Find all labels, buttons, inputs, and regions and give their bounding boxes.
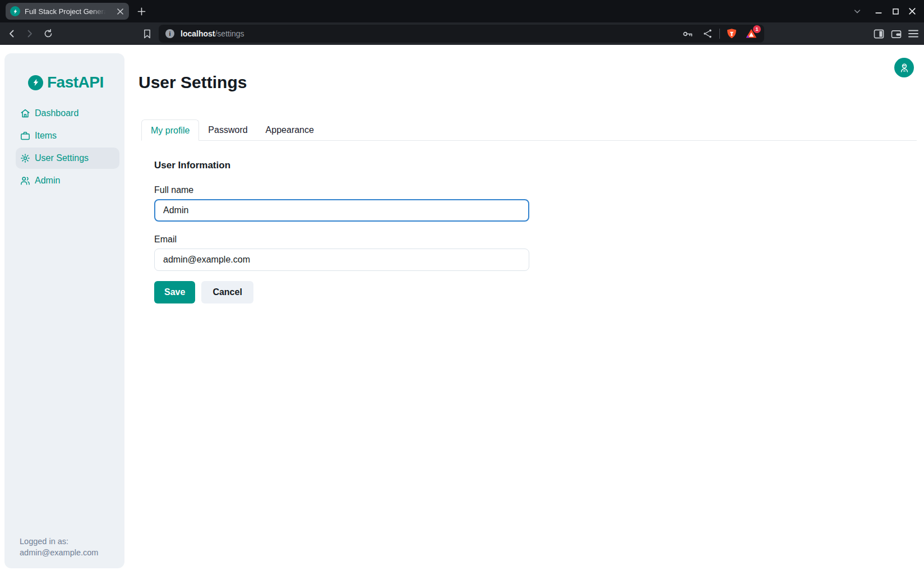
wallet-icon[interactable] (889, 27, 903, 40)
logged-in-label: Logged in as: (20, 536, 98, 547)
rewards-badge: 1 (753, 25, 761, 33)
sidebar-item-label: User Settings (35, 153, 89, 163)
close-icon[interactable] (904, 0, 921, 22)
url-bar[interactable]: i localhost/settings (159, 25, 764, 43)
sidebar: FastAPI Dashboard (4, 53, 124, 568)
toolbar-separator (719, 29, 720, 39)
sidebar-item-admin[interactable]: Admin (16, 170, 119, 191)
full-name-field[interactable] (154, 199, 529, 222)
minimize-icon[interactable] (870, 0, 887, 22)
hamburger-menu-icon[interactable] (907, 27, 920, 40)
sidebar-item-label: Admin (35, 176, 60, 186)
user-avatar-icon (899, 62, 910, 73)
logged-in-info: Logged in as: admin@example.com (20, 536, 98, 558)
logo-text: FastAPI (47, 73, 104, 91)
fastapi-logo: FastAPI (28, 73, 104, 91)
tab-title: Full Stack Project Genera (25, 7, 108, 16)
save-button[interactable]: Save (154, 281, 195, 303)
share-icon[interactable] (702, 28, 713, 39)
tab-appearance[interactable]: Appearance (257, 119, 323, 140)
browser-window: Full Stack Project Genera (0, 0, 924, 575)
briefcase-icon (20, 131, 30, 141)
back-icon[interactable] (5, 27, 19, 40)
sidebar-item-items[interactable]: Items (16, 125, 119, 146)
app-page: FastAPI Dashboard (0, 45, 924, 575)
sidebar-item-dashboard[interactable]: Dashboard (16, 103, 119, 124)
url-path: /settings (215, 29, 244, 38)
sidebar-item-user-settings[interactable]: User Settings (16, 148, 119, 169)
cancel-button[interactable]: Cancel (201, 281, 253, 303)
maximize-icon[interactable] (887, 0, 904, 22)
gear-icon (20, 153, 30, 163)
email-field[interactable] (154, 249, 529, 271)
urlbar-actions: 1 (682, 27, 757, 40)
section-title: User Information (154, 160, 529, 171)
bookmark-icon[interactable] (140, 27, 154, 40)
brave-shield-icon[interactable] (726, 28, 737, 39)
tab-my-profile[interactable]: My profile (141, 119, 199, 141)
browser-tab[interactable]: Full Stack Project Genera (6, 3, 129, 20)
url-host: localhost (181, 29, 215, 38)
fastapi-favicon-icon (10, 6, 20, 16)
brave-rewards-icon[interactable]: 1 (745, 27, 757, 40)
window-titlebar: Full Stack Project Genera (0, 0, 924, 22)
tab-close-icon[interactable] (116, 7, 124, 16)
browser-toolbar: i localhost/settings (0, 22, 924, 45)
users-icon (20, 176, 30, 186)
window-controls (849, 0, 921, 22)
page-title: User Settings (138, 73, 247, 92)
user-menu-button[interactable] (894, 58, 914, 77)
sidebar-item-label: Dashboard (35, 108, 78, 118)
email-label: Email (154, 234, 529, 245)
form-actions: Save Cancel (154, 281, 529, 303)
key-icon[interactable] (682, 28, 693, 39)
site-info-icon[interactable]: i (165, 29, 174, 38)
fastapi-bolt-icon (28, 75, 43, 90)
full-name-label: Full name (154, 185, 529, 196)
logged-in-email: admin@example.com (20, 547, 98, 558)
home-icon (20, 108, 30, 118)
new-tab-button[interactable] (136, 6, 146, 16)
reload-icon[interactable] (41, 27, 55, 40)
url-text: localhost/settings (181, 29, 244, 38)
user-information-form: User Information Full name Email Save Ca… (154, 160, 529, 303)
tab-search-chevron-icon[interactable] (849, 0, 866, 22)
sidebar-nav: Dashboard Items (16, 103, 119, 192)
tab-password[interactable]: Password (199, 119, 256, 140)
forward-icon[interactable] (23, 27, 36, 40)
settings-tabs: My profile Password Appearance (141, 119, 917, 141)
sidebar-panel-icon[interactable] (872, 27, 885, 40)
sidebar-item-label: Items (35, 131, 57, 141)
